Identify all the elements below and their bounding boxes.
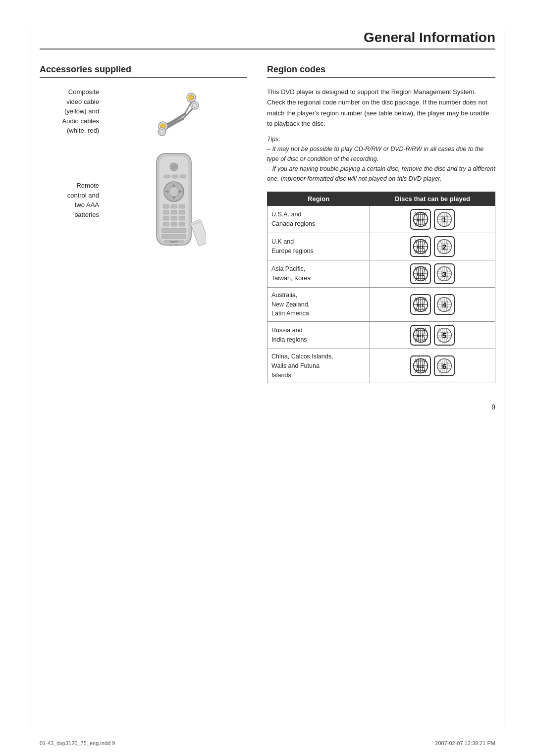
- svg-text:ALL: ALL: [417, 334, 425, 338]
- svg-line-2: [185, 102, 191, 114]
- tip2-text: – If you are having trouble playing a ce…: [267, 164, 495, 184]
- svg-text:ALL: ALL: [417, 364, 425, 369]
- cable-accessory: Compositevideo cable(yellow) andAudio ca…: [40, 87, 247, 136]
- svg-point-1: [189, 95, 194, 100]
- tip1-text: – It may not be possible to play CD-R/RW…: [267, 144, 495, 164]
- region-name-cell: U.S.A. andCanada regions: [268, 205, 370, 233]
- disc-icons-container: ALL1: [374, 209, 491, 230]
- page-title: General Information: [40, 30, 495, 50]
- region-codes-title: Region codes: [267, 64, 495, 78]
- region-number-icon: 6: [434, 355, 455, 376]
- disc-icons-container: ALL3: [374, 263, 491, 284]
- svg-rect-30: [171, 216, 177, 220]
- svg-rect-36: [161, 234, 186, 239]
- col2-header: Discs that can be played: [370, 192, 495, 205]
- svg-rect-27: [171, 210, 177, 214]
- region-description: This DVD player is designed to support t…: [267, 87, 495, 129]
- svg-text:ALL: ALL: [417, 272, 425, 277]
- region-number-icon: 3: [434, 263, 455, 284]
- remote-label: Remotecontrol andtwo AAAbatteries: [40, 181, 99, 219]
- svg-rect-26: [163, 210, 169, 214]
- svg-rect-25: [179, 204, 185, 208]
- disc-icons-container: ALL6: [374, 355, 491, 376]
- disc-icons-cell: ALL6: [370, 349, 495, 383]
- svg-text:1: 1: [442, 215, 447, 223]
- cable-image: [105, 87, 247, 136]
- table-row: U.K andEurope regionsALL2: [268, 233, 495, 260]
- disc-icons-cell: ALL4: [370, 287, 495, 321]
- svg-rect-28: [179, 210, 185, 214]
- svg-text:6: 6: [442, 362, 447, 370]
- globe-icon: ALL: [410, 325, 431, 346]
- svg-text:DVD PLAYER: DVD PLAYER: [169, 245, 179, 247]
- region-name-cell: China, Calcos Islands,Walls and FutunaIs…: [268, 349, 370, 383]
- region-number-icon: 4: [434, 294, 455, 315]
- tips-label: Tips:: [267, 134, 495, 144]
- globe-icon: ALL: [410, 263, 431, 284]
- region-codes-section: Region codes This DVD player is designed…: [267, 64, 495, 383]
- region-number-icon: 5: [434, 325, 455, 346]
- svg-text:3: 3: [442, 269, 447, 278]
- svg-rect-23: [163, 204, 169, 208]
- accessories-section: Accessories supplied Compositevideo cabl…: [40, 64, 247, 383]
- disc-icons-cell: ALL3: [370, 260, 495, 287]
- region-name-cell: Australia,New Zealand,Latin America: [268, 287, 370, 321]
- region-table: Region Discs that can be played U.S.A. a…: [267, 192, 495, 384]
- page-border-right: [504, 30, 504, 726]
- table-row: Russia andIndia regionsALL5: [268, 322, 495, 349]
- disc-icons-container: ALL4: [374, 294, 491, 315]
- svg-text:4: 4: [442, 301, 447, 309]
- disc-icons-container: ALL5: [374, 325, 491, 346]
- svg-rect-24: [171, 204, 177, 208]
- globe-icon: ALL: [410, 355, 431, 376]
- svg-rect-31: [179, 216, 185, 220]
- table-row: China, Calcos Islands,Walls and FutunaIs…: [268, 349, 495, 383]
- svg-point-18: [169, 187, 179, 197]
- svg-rect-32: [163, 222, 169, 226]
- svg-point-13: [171, 164, 176, 169]
- region-name-cell: Asia Pacific,Taiwan, Korea: [268, 260, 370, 287]
- svg-rect-29: [163, 216, 169, 220]
- region-number-icon: 2: [434, 236, 455, 257]
- page-number: 9: [40, 403, 495, 411]
- region-name-cell: U.K andEurope regions: [268, 233, 370, 260]
- table-row: Australia,New Zealand,Latin AmericaALL4: [268, 287, 495, 321]
- col1-header: Region: [268, 192, 370, 205]
- disc-icons-cell: ALL1: [370, 205, 495, 233]
- svg-text:ALL: ALL: [417, 245, 425, 250]
- main-columns: Accessories supplied Compositevideo cabl…: [40, 64, 495, 383]
- remote-image: PHILIPS DVD PLAYER: [105, 151, 247, 265]
- svg-rect-33: [171, 222, 177, 226]
- remote-svg-graphic: PHILIPS DVD PLAYER: [147, 151, 206, 265]
- svg-point-4: [192, 103, 197, 108]
- svg-rect-40: [190, 219, 206, 247]
- svg-rect-34: [179, 222, 185, 226]
- footer-right: 2007-02-07 12:39:21 PM: [435, 740, 495, 746]
- table-row: U.S.A. andCanada regionsALL1: [268, 205, 495, 233]
- cable-svg-graphic: [149, 87, 204, 136]
- svg-text:2: 2: [442, 242, 447, 251]
- svg-text:ALL: ALL: [417, 218, 425, 222]
- tips-section: Tips: – It may not be possible to play C…: [267, 134, 495, 184]
- footer-left: 01-43_dvp3120_75_eng.indd 9: [40, 740, 115, 746]
- svg-point-9: [160, 130, 164, 134]
- remote-accessory: Remotecontrol andtwo AAAbatteries: [40, 151, 247, 265]
- disc-icons-cell: ALL2: [370, 233, 495, 260]
- region-number-icon: 1: [434, 209, 455, 230]
- svg-text:5: 5: [442, 331, 447, 340]
- disc-icons-cell: ALL5: [370, 322, 495, 349]
- table-row: Asia Pacific,Taiwan, KoreaALL3: [268, 260, 495, 287]
- globe-icon: ALL: [410, 236, 431, 257]
- svg-text:PHILIPS: PHILIPS: [170, 241, 178, 243]
- svg-rect-35: [161, 228, 186, 233]
- svg-rect-15: [172, 175, 178, 178]
- region-name-cell: Russia andIndia regions: [268, 322, 370, 349]
- accessories-title: Accessories supplied: [40, 64, 247, 78]
- cable-label: Compositevideo cable(yellow) andAudio ca…: [40, 87, 99, 136]
- globe-icon: ALL: [410, 209, 431, 230]
- svg-rect-14: [164, 175, 170, 178]
- page-border-left: [31, 30, 31, 726]
- disc-icons-container: ALL2: [374, 236, 491, 257]
- svg-text:ALL: ALL: [417, 303, 425, 307]
- svg-rect-16: [180, 175, 186, 178]
